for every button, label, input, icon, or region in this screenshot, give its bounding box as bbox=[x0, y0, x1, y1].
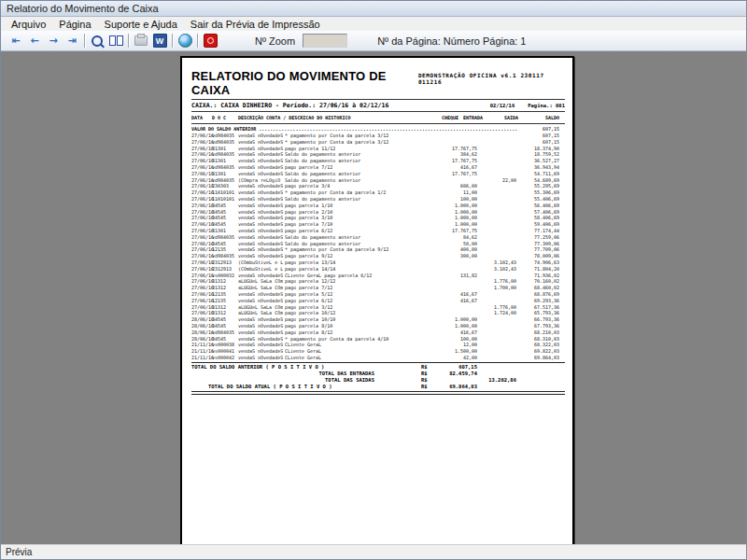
cell-data: 27/06/16 bbox=[191, 177, 214, 183]
date-page-block: 02/12/16 Pagina.: 001 bbox=[490, 103, 565, 108]
total-label: TOTAL DAS SAIDAS bbox=[191, 377, 374, 383]
cell-conta: vendaS nOvedadeS bbox=[238, 196, 283, 202]
zoom-number-input[interactable] bbox=[303, 34, 347, 48]
cell-data: 27/06/16 bbox=[191, 133, 214, 138]
cell-entrada: 416,67 bbox=[412, 164, 477, 170]
cell-doc: 31301 bbox=[212, 171, 226, 176]
table-row: 21/11/16vs000042vendaS nOvedadeSCLiente … bbox=[191, 355, 565, 361]
cell-entrada: 1.000,00 bbox=[412, 203, 477, 208]
menu-sair-previa[interactable]: Sair da Prévia de Impressão bbox=[184, 18, 327, 31]
menu-arquivo[interactable]: Arquivo bbox=[5, 18, 52, 31]
cell-saldo: 74.906,63 bbox=[503, 259, 559, 265]
cell-saldo: 68.460,02 bbox=[503, 285, 559, 290]
print-button[interactable] bbox=[132, 34, 150, 49]
cell-saldo: 69.293,36 bbox=[503, 298, 559, 303]
table-row: 27/06/1631301vendaS nOvedadeSpago parcel… bbox=[191, 228, 565, 234]
cell-doc: vs000038 bbox=[212, 342, 234, 347]
table-row: 27/06/1631312aLUGUeL SaLa COmerCiaLpago … bbox=[191, 278, 565, 285]
cell-hist: pago parcela 13/14 bbox=[285, 259, 335, 265]
cell-conta: vendaS nOvedadeS bbox=[238, 228, 283, 233]
cell-entrada: 12,00 bbox=[412, 342, 477, 347]
toolbar-separator bbox=[197, 34, 198, 48]
cell-hist: pago parcela 1/10 bbox=[285, 203, 332, 208]
table-row: 27/06/1631301vendaS nOvedadeSSaldo do pa… bbox=[191, 171, 565, 177]
report-date: 02/12/16 bbox=[490, 103, 515, 108]
report-demo-label: DEMONSTRAÇÃO OFICINA v6.1 230117 011216 bbox=[418, 72, 565, 85]
cell-doc: 34545 bbox=[212, 221, 226, 227]
cell-hist: pago parcela 14/14 bbox=[285, 266, 335, 272]
next-page-button[interactable]: → bbox=[44, 34, 63, 49]
cell-entrada: 17.767,75 bbox=[412, 158, 477, 163]
cell-saldo: 54.711,69 bbox=[503, 171, 559, 176]
cell-conta: vendaS nOvedadeS bbox=[238, 164, 283, 170]
cell-data: 27/06/16 bbox=[191, 241, 214, 246]
cell-doc: vd984035 bbox=[212, 234, 234, 240]
cell-data: 27/06/16 bbox=[191, 196, 214, 202]
cell-data: 21/11/16 bbox=[191, 355, 214, 360]
last-page-button[interactable]: ⇥ bbox=[63, 34, 81, 49]
cell-saldo: 66.793,36 bbox=[503, 316, 559, 322]
cell-doc: vd984035 bbox=[212, 133, 234, 138]
table-row: 27/06/16vd984035vendaS nOvedadeSpago par… bbox=[191, 253, 565, 259]
table-row: 28/06/1634545vendaS nOvedadeSpago parcel… bbox=[191, 323, 565, 329]
cell-data: 28/06/16 bbox=[191, 316, 214, 322]
cell-hist: * pagamento por Conta da parcela 3/12 bbox=[285, 133, 388, 138]
cell-saldo: 18.759,52 bbox=[503, 151, 559, 157]
cell-hist: pago parcela 7/10 bbox=[285, 221, 332, 227]
cell-conta: vendaS nOvedadeS bbox=[238, 342, 283, 347]
export-word-button[interactable]: W bbox=[150, 34, 169, 49]
cell-doc: 12135 bbox=[212, 291, 226, 297]
cell-conta: vendaS nOvedadeS bbox=[238, 171, 283, 176]
export-word-icon: W bbox=[153, 34, 167, 48]
cell-saldo: 70.160,02 bbox=[503, 278, 559, 284]
menu-pagina[interactable]: Página bbox=[52, 18, 97, 31]
toolbar-separator bbox=[128, 34, 129, 48]
cell-entrada: 100,00 bbox=[412, 336, 477, 342]
cell-data: 28/06/16 bbox=[191, 329, 214, 335]
cell-data: 27/06/16 bbox=[191, 273, 214, 278]
final-divider bbox=[191, 391, 565, 395]
opening-balance-label: VALOR DO SALDO ANTERIOR ................… bbox=[191, 126, 524, 132]
cell-data: 27/06/16 bbox=[191, 171, 214, 176]
two-page-view-button[interactable] bbox=[106, 34, 125, 49]
cell-data: 27/06/16 bbox=[191, 278, 214, 284]
cell-data: 27/06/16 bbox=[191, 291, 214, 297]
zoom-number-label: Nº Zoom bbox=[255, 35, 295, 47]
cell-hist: pago parcela 11/12 bbox=[285, 146, 335, 151]
table-row: 27/06/1631312aLUGUeL SaLa COmerCiaLpago … bbox=[191, 304, 565, 311]
previous-page-button[interactable]: ← bbox=[25, 34, 44, 49]
cell-saldo: 57.406,69 bbox=[503, 209, 559, 215]
cell-saldo: 607,15 bbox=[503, 133, 559, 138]
first-page-button[interactable]: ⇤ bbox=[7, 34, 25, 49]
menu-suporte-ajuda[interactable]: Suporte e Ajuda bbox=[98, 18, 184, 31]
zoom-button[interactable] bbox=[88, 34, 106, 49]
col-saldo: SALDO bbox=[503, 115, 559, 120]
cell-saldo: 55.406,69 bbox=[503, 196, 559, 202]
cell-saldo: 67.793,36 bbox=[503, 323, 559, 329]
cell-hist: pago parcela 3/4 bbox=[285, 183, 330, 189]
cell-saldo: 69.864,03 bbox=[503, 355, 559, 360]
first-page-icon: ⇤ bbox=[11, 35, 20, 46]
cell-conta: vendaS nOvedadeS bbox=[238, 215, 283, 220]
totals-divider bbox=[191, 362, 565, 363]
cell-saldo: 68.322,03 bbox=[503, 342, 559, 347]
last-page-icon: ⇥ bbox=[67, 35, 76, 46]
cell-doc: vd984035 bbox=[212, 164, 234, 170]
cell-hist: pago parcela 9/12 bbox=[285, 253, 332, 259]
cell-doc: 34545 bbox=[212, 316, 226, 322]
cell-data: 27/06/16 bbox=[191, 189, 214, 195]
export-pdf-button[interactable] bbox=[201, 34, 219, 49]
cell-entrada: 17.767,75 bbox=[412, 228, 477, 233]
col-descricao: DESCRIÇÃO CONTA / DESCRICAO DO HISTORICO bbox=[238, 115, 350, 120]
total-currency: R$ bbox=[421, 377, 428, 383]
cell-entrada: 1.000,00 bbox=[412, 221, 477, 227]
divider bbox=[191, 111, 565, 112]
cell-hist: Saldo do pagamento anterior bbox=[285, 234, 360, 240]
export-web-button[interactable] bbox=[176, 34, 194, 49]
cell-hist: pago parcela 3/10 bbox=[285, 215, 332, 220]
cell-doc: 31312 bbox=[212, 304, 226, 310]
col-data: DATA bbox=[191, 115, 203, 120]
cell-saldo: 56.406,69 bbox=[503, 203, 559, 208]
cell-data: 27/06/16 bbox=[191, 234, 214, 240]
table-row: 27/06/1611010101vendaS nOvedadeS* pagame… bbox=[191, 189, 565, 196]
